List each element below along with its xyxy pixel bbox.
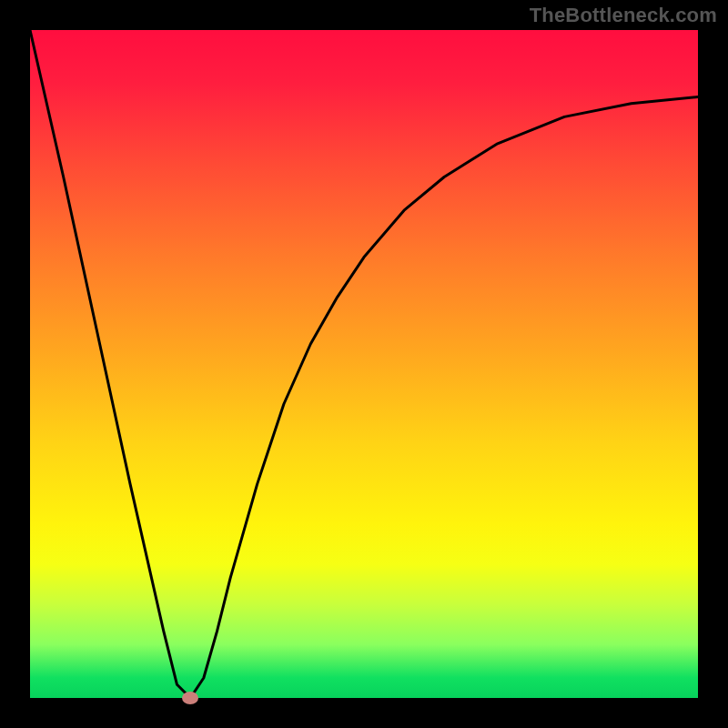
watermark-label: TheBottleneck.com <box>530 4 717 27</box>
optimal-point-marker <box>182 692 198 704</box>
chart-frame: TheBottleneck.com <box>0 0 728 728</box>
bottleneck-curve <box>30 30 698 698</box>
plot-area <box>30 30 698 698</box>
